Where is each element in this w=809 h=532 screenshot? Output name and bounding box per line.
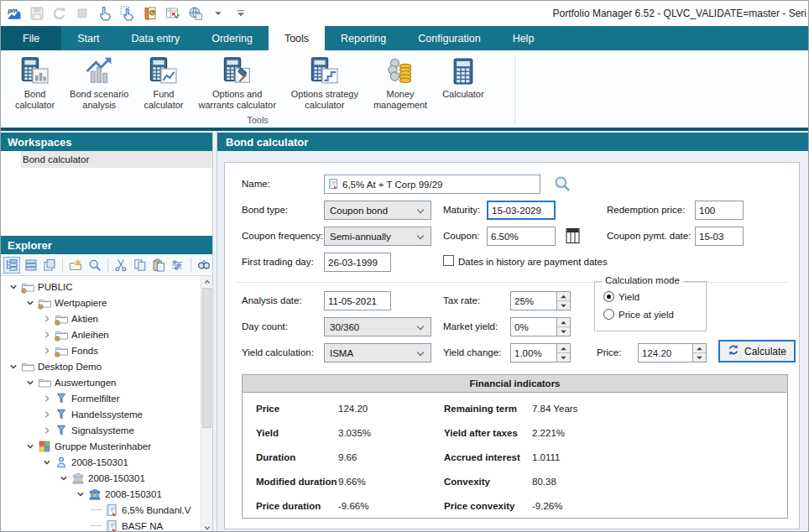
ribbon-item-options-strategy-calculator[interactable]: Options strategycalculator [284,55,366,112]
scrollbar-thumb[interactable] [202,288,211,428]
cut-icon[interactable] [112,257,129,274]
tree-item-formelfilter[interactable]: Formelfilter [4,390,201,406]
expand-icon[interactable] [41,393,53,404]
ribbon-item-calculator[interactable]: Calculator [435,55,492,102]
tree-item-auswertungen[interactable]: Auswertungen [4,374,201,390]
globe-doc-icon[interactable] [187,5,204,22]
tab-reporting[interactable]: Reporting [325,26,402,50]
expand-icon[interactable] [41,409,53,420]
tab-ordering[interactable]: Ordering [196,26,269,50]
yield-change-spinner[interactable]: 1.00% [510,343,571,362]
price-spinner[interactable]: 124.20 [638,343,707,362]
tax-rate-down-icon[interactable] [557,301,570,310]
tree-item-2008-150301[interactable]: 2008-150301 [4,454,201,470]
paste-icon[interactable] [150,257,167,274]
pointer-grid-icon[interactable] [119,5,136,22]
copy-icon[interactable] [131,257,148,274]
tab-help[interactable]: Help [497,26,551,50]
collapse-icon[interactable] [24,377,36,389]
tab-tools[interactable]: Tools [269,26,325,50]
tab-data-entry[interactable]: Data entry [116,26,196,50]
tab-file[interactable]: File [1,26,61,50]
tree-view-icon[interactable] [3,257,20,274]
tab-start[interactable]: Start [61,26,115,50]
day-count-select[interactable]: 30/360 [324,317,431,336]
caret-down-icon[interactable] [210,5,227,22]
collapse-icon[interactable] [24,297,36,309]
tax-rate-spinner[interactable]: 25% [510,291,571,310]
search-icon[interactable] [86,257,103,274]
market-yield-spinner[interactable]: 0% [510,317,571,336]
collapse-icon[interactable] [58,472,70,484]
yield-calculation-select[interactable]: ISMA [324,343,431,362]
refresh-icon[interactable] [51,5,68,22]
stop-icon[interactable] [74,5,91,22]
tree-item-wertpapiere[interactable]: Wertpapiere [4,295,201,310]
filter-settings-icon[interactable] [169,257,185,274]
ribbon-item-bond-scenario-analysis[interactable]: Bond scenarioanalysis [62,55,136,112]
yield-change-down-icon[interactable] [557,353,570,362]
list-view-icon[interactable] [22,257,39,274]
market-yield-down-icon[interactable] [557,327,570,336]
expand-icon[interactable] [41,313,53,325]
tree-item-anleihen[interactable]: Anleihen [4,326,201,342]
save-icon[interactable] [29,5,45,22]
tree-item-signalsysteme[interactable]: Signalsysteme [4,422,201,438]
tree-item-handelssysteme[interactable]: Handelssysteme [4,406,201,422]
tree-item-2008-150301[interactable]: 2008-150301 [4,486,201,502]
yield-change-up-icon[interactable] [557,344,570,353]
coupon-frequency-select[interactable]: Semi-annually [324,227,431,246]
bond-type-select[interactable]: Coupon bond [324,201,431,220]
coupon-dates-table-icon[interactable] [564,226,582,246]
market-yield-up-icon[interactable] [557,318,570,327]
tree-item-2008-150301[interactable]: 2008-150301 [4,470,201,486]
price-at-yield-radio-row[interactable]: Price at yield [603,309,674,320]
price-at-yield-radio[interactable] [603,309,614,320]
expand-icon[interactable] [41,425,53,436]
collapse-icon[interactable] [24,441,36,452]
analysis-date-input[interactable] [324,291,391,310]
find-icon[interactable] [196,257,212,274]
report-icon[interactable] [142,5,159,22]
price-down-icon[interactable] [693,353,706,362]
expand-icon[interactable] [41,329,53,341]
coupon-pymt-date-input[interactable] [695,227,744,246]
name-input[interactable]: 6,5% At + T Corp 99/29 [324,175,540,194]
tree-item-desktop-demo[interactable]: Desktop Demo [4,358,201,374]
tree-item-6-5-bundanl-v[interactable]: 6,5% Bundanl.V [4,502,201,518]
tab-configuration[interactable]: Configuration [402,26,496,50]
collapse-icon[interactable] [8,281,19,293]
ribbon-item-fund-calculator[interactable]: Fundcalculator [136,55,191,112]
tree-item-basf-na[interactable]: BASF NA [4,518,201,532]
expand-icon[interactable] [41,345,53,357]
tree-scrollbar[interactable] [201,276,212,532]
scroll-down-icon[interactable] [201,522,212,532]
calculate-button[interactable]: Calculate [718,340,796,362]
pointer-icon[interactable] [97,5,113,22]
tree-item-gruppe-musterinhaber[interactable]: Gruppe Musterinhaber [4,438,201,454]
tree-item-aktien[interactable]: Aktien [4,310,201,326]
maturity-input[interactable] [487,201,556,220]
workspace-item-bond-calculator[interactable]: Bond calculator [1,151,212,168]
ribbon-item-bond-calculator[interactable]: Bondcalculator [8,55,62,112]
ribbon-item-money-management[interactable]: Moneymanagement [366,55,435,112]
tax-rate-up-icon[interactable] [557,292,570,301]
first-trading-day-input[interactable] [324,253,391,272]
collapse-icon[interactable] [75,488,86,500]
yield-radio[interactable] [603,291,614,302]
export-table-icon[interactable] [164,5,181,22]
price-up-icon[interactable] [693,344,706,353]
new-folder-icon[interactable] [67,257,84,274]
tree-item-public[interactable]: PUBLIC [4,279,201,295]
redemption-price-input[interactable] [695,201,744,220]
ribbon-item-options-and-warrants-calculator[interactable]: Options andwarrants calculator [191,55,283,112]
yield-radio-row[interactable]: Yield [603,291,639,302]
copy-view-icon[interactable] [41,257,58,274]
dates-history-checkbox[interactable] [443,255,454,266]
coupon-input[interactable] [487,227,556,246]
search-icon[interactable] [552,174,572,194]
collapse-icon[interactable] [41,456,53,468]
scroll-up-icon[interactable] [201,276,212,287]
collapse-icon[interactable] [8,361,19,373]
tree-item-fonds[interactable]: Fonds [4,342,201,358]
